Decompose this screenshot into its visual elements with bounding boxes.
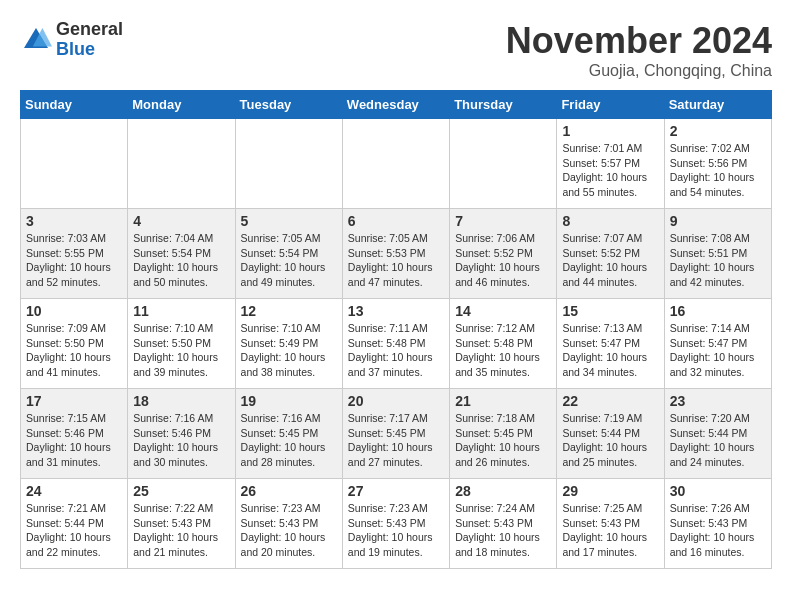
cell-info: Sunset: 5:43 PM xyxy=(348,516,444,531)
cell-info: and 27 minutes. xyxy=(348,455,444,470)
logo-text: General Blue xyxy=(56,20,123,60)
calendar-cell xyxy=(235,119,342,209)
cell-info: Sunset: 5:47 PM xyxy=(562,336,658,351)
month-title: November 2024 xyxy=(506,20,772,62)
day-number: 5 xyxy=(241,213,337,229)
cell-info: Sunrise: 7:21 AM xyxy=(26,501,122,516)
day-number: 7 xyxy=(455,213,551,229)
cell-info: Daylight: 10 hours xyxy=(348,350,444,365)
day-number: 29 xyxy=(562,483,658,499)
day-number: 28 xyxy=(455,483,551,499)
cell-info: Daylight: 10 hours xyxy=(241,530,337,545)
cell-info: Sunrise: 7:11 AM xyxy=(348,321,444,336)
day-number: 27 xyxy=(348,483,444,499)
day-number: 16 xyxy=(670,303,766,319)
day-number: 17 xyxy=(26,393,122,409)
week-row-0: 1Sunrise: 7:01 AMSunset: 5:57 PMDaylight… xyxy=(21,119,772,209)
cell-info: Sunrise: 7:01 AM xyxy=(562,141,658,156)
cell-info: Sunset: 5:53 PM xyxy=(348,246,444,261)
cell-info: Sunset: 5:46 PM xyxy=(26,426,122,441)
day-number: 19 xyxy=(241,393,337,409)
calendar-cell xyxy=(128,119,235,209)
cell-info: Sunset: 5:43 PM xyxy=(562,516,658,531)
cell-info: Daylight: 10 hours xyxy=(670,530,766,545)
day-number: 6 xyxy=(348,213,444,229)
cell-info: and 17 minutes. xyxy=(562,545,658,560)
cell-info: Daylight: 10 hours xyxy=(133,350,229,365)
calendar-cell: 6Sunrise: 7:05 AMSunset: 5:53 PMDaylight… xyxy=(342,209,449,299)
cell-info: and 24 minutes. xyxy=(670,455,766,470)
cell-info: Sunrise: 7:14 AM xyxy=(670,321,766,336)
day-number: 30 xyxy=(670,483,766,499)
cell-info: and 19 minutes. xyxy=(348,545,444,560)
calendar-cell xyxy=(342,119,449,209)
calendar-cell: 27Sunrise: 7:23 AMSunset: 5:43 PMDayligh… xyxy=(342,479,449,569)
cell-info: Sunrise: 7:05 AM xyxy=(348,231,444,246)
cell-info: Sunset: 5:43 PM xyxy=(455,516,551,531)
cell-info: and 39 minutes. xyxy=(133,365,229,380)
cell-info: Sunset: 5:51 PM xyxy=(670,246,766,261)
logo-blue: Blue xyxy=(56,39,95,59)
day-number: 15 xyxy=(562,303,658,319)
cell-info: Sunset: 5:50 PM xyxy=(133,336,229,351)
cell-info: and 35 minutes. xyxy=(455,365,551,380)
calendar-cell: 16Sunrise: 7:14 AMSunset: 5:47 PMDayligh… xyxy=(664,299,771,389)
cell-info: Sunset: 5:54 PM xyxy=(241,246,337,261)
cell-info: and 55 minutes. xyxy=(562,185,658,200)
cell-info: Sunset: 5:57 PM xyxy=(562,156,658,171)
cell-info: and 22 minutes. xyxy=(26,545,122,560)
cell-info: Daylight: 10 hours xyxy=(562,440,658,455)
cell-info: and 54 minutes. xyxy=(670,185,766,200)
calendar-cell: 17Sunrise: 7:15 AMSunset: 5:46 PMDayligh… xyxy=(21,389,128,479)
calendar-cell: 26Sunrise: 7:23 AMSunset: 5:43 PMDayligh… xyxy=(235,479,342,569)
cell-info: and 18 minutes. xyxy=(455,545,551,560)
cell-info: Daylight: 10 hours xyxy=(670,260,766,275)
cell-info: Daylight: 10 hours xyxy=(26,350,122,365)
cell-info: Sunset: 5:50 PM xyxy=(26,336,122,351)
cell-info: Sunrise: 7:22 AM xyxy=(133,501,229,516)
cell-info: Daylight: 10 hours xyxy=(241,350,337,365)
cell-info: Daylight: 10 hours xyxy=(133,260,229,275)
cell-info: Daylight: 10 hours xyxy=(562,530,658,545)
cell-info: Daylight: 10 hours xyxy=(562,260,658,275)
week-row-2: 10Sunrise: 7:09 AMSunset: 5:50 PMDayligh… xyxy=(21,299,772,389)
header-sunday: Sunday xyxy=(21,91,128,119)
calendar-cell: 22Sunrise: 7:19 AMSunset: 5:44 PMDayligh… xyxy=(557,389,664,479)
calendar-cell: 23Sunrise: 7:20 AMSunset: 5:44 PMDayligh… xyxy=(664,389,771,479)
day-number: 20 xyxy=(348,393,444,409)
cell-info: Daylight: 10 hours xyxy=(348,530,444,545)
cell-info: Sunrise: 7:02 AM xyxy=(670,141,766,156)
cell-info: and 42 minutes. xyxy=(670,275,766,290)
cell-info: Daylight: 10 hours xyxy=(562,170,658,185)
calendar-table: SundayMondayTuesdayWednesdayThursdayFrid… xyxy=(20,90,772,569)
page-header: General Blue November 2024 Guojia, Chong… xyxy=(20,20,772,80)
cell-info: Sunset: 5:43 PM xyxy=(670,516,766,531)
calendar-cell: 5Sunrise: 7:05 AMSunset: 5:54 PMDaylight… xyxy=(235,209,342,299)
cell-info: Daylight: 10 hours xyxy=(26,530,122,545)
cell-info: and 25 minutes. xyxy=(562,455,658,470)
cell-info: Sunset: 5:48 PM xyxy=(455,336,551,351)
cell-info: and 37 minutes. xyxy=(348,365,444,380)
calendar-cell: 28Sunrise: 7:24 AMSunset: 5:43 PMDayligh… xyxy=(450,479,557,569)
cell-info: Sunrise: 7:13 AM xyxy=(562,321,658,336)
header-wednesday: Wednesday xyxy=(342,91,449,119)
header-monday: Monday xyxy=(128,91,235,119)
calendar-cell: 9Sunrise: 7:08 AMSunset: 5:51 PMDaylight… xyxy=(664,209,771,299)
calendar-cell: 24Sunrise: 7:21 AMSunset: 5:44 PMDayligh… xyxy=(21,479,128,569)
cell-info: Sunrise: 7:09 AM xyxy=(26,321,122,336)
cell-info: Daylight: 10 hours xyxy=(455,350,551,365)
cell-info: Sunrise: 7:23 AM xyxy=(348,501,444,516)
cell-info: Sunrise: 7:16 AM xyxy=(133,411,229,426)
header-saturday: Saturday xyxy=(664,91,771,119)
cell-info: Sunset: 5:45 PM xyxy=(348,426,444,441)
day-number: 23 xyxy=(670,393,766,409)
cell-info: and 30 minutes. xyxy=(133,455,229,470)
cell-info: Sunrise: 7:20 AM xyxy=(670,411,766,426)
cell-info: and 26 minutes. xyxy=(455,455,551,470)
cell-info: and 32 minutes. xyxy=(670,365,766,380)
cell-info: Daylight: 10 hours xyxy=(670,350,766,365)
location-title: Guojia, Chongqing, China xyxy=(506,62,772,80)
cell-info: and 52 minutes. xyxy=(26,275,122,290)
cell-info: and 20 minutes. xyxy=(241,545,337,560)
header-row: SundayMondayTuesdayWednesdayThursdayFrid… xyxy=(21,91,772,119)
